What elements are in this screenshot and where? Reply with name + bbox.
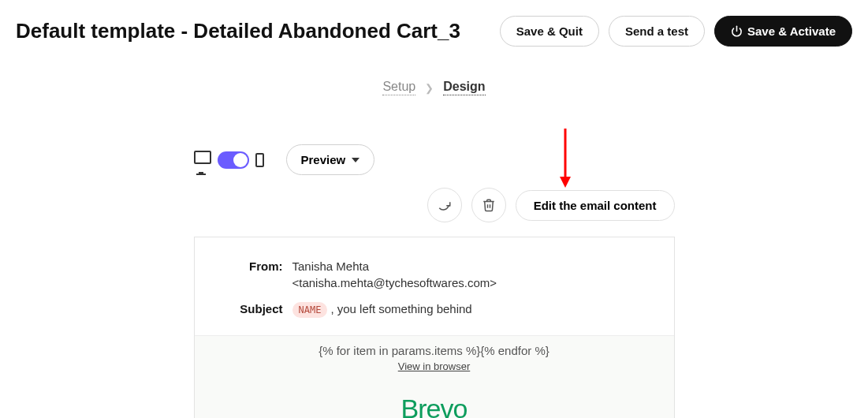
delete-button[interactable] [471,188,506,222]
redo-button[interactable] [427,188,462,222]
redo-icon [438,198,452,212]
from-label: From: [233,259,292,273]
subject-value: NAME, you left something behind [292,302,472,318]
chevron-right-icon: ❯ [425,82,434,94]
from-email-row: <tanisha.mehta@tychesoftwares.com> [233,276,636,289]
device-controls [194,151,264,170]
save-activate-label: Save & Activate [747,24,836,38]
subject-text: , you left something behind [330,302,471,315]
svg-marker-2 [560,177,571,188]
view-in-browser-link[interactable]: View in browser [398,360,471,372]
header: Default template - Detailed Abandoned Ca… [0,0,868,54]
header-actions: Save & Quit Send a test Save & Activate [500,16,852,47]
action-row: Edit the email content [194,188,675,222]
device-toggle[interactable] [218,151,249,169]
toolbar-row: Preview [194,144,675,175]
from-name: Tanisha Mehta [292,259,370,273]
save-activate-button[interactable]: Save & Activate [714,16,852,47]
mobile-icon[interactable] [255,153,264,167]
page-title: Default template - Detailed Abandoned Ca… [16,19,460,43]
breadcrumb-design[interactable]: Design [443,80,485,95]
from-row: From: Tanisha Mehta [233,259,636,273]
annotation-arrow-icon [553,125,577,196]
template-loop-text: {% for item in params.items %}{% endfor … [195,344,674,357]
caret-down-icon [352,158,359,162]
power-icon [731,25,743,37]
subject-row: Subject NAME, you left something behind [233,302,636,318]
send-test-button[interactable]: Send a test [609,16,705,47]
email-preview-panel: From: Tanisha Mehta <tanisha.mehta@tyche… [194,237,675,418]
email-body: {% for item in params.items %}{% endfor … [195,335,674,418]
preview-button[interactable]: Preview [286,144,375,175]
brevo-logo: Brevo [195,394,674,418]
preview-header: From: Tanisha Mehta <tanisha.mehta@tyche… [195,237,674,335]
subject-label: Subject [233,302,292,318]
preview-label: Preview [301,153,346,166]
save-quit-button[interactable]: Save & Quit [500,16,599,47]
merge-tag-badge: NAME [292,302,328,318]
toggle-knob [233,153,248,167]
trash-icon [482,198,496,212]
breadcrumb-setup[interactable]: Setup [382,80,415,95]
desktop-icon[interactable] [194,151,211,170]
breadcrumb: Setup ❯ Design [0,80,868,95]
from-email: <tanisha.mehta@tychesoftwares.com> [292,276,497,289]
edit-email-button[interactable]: Edit the email content [516,190,675,221]
